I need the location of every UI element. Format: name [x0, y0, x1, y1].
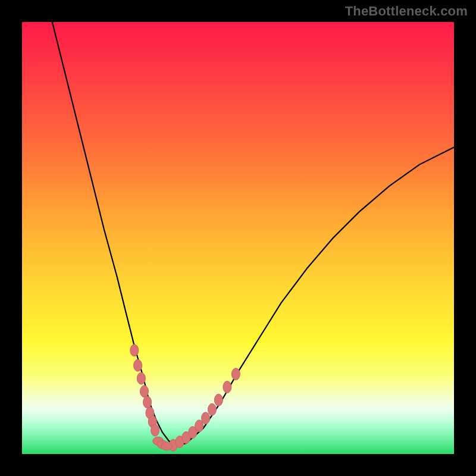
data-point	[176, 436, 184, 448]
data-point	[137, 372, 145, 384]
data-point	[130, 345, 139, 356]
data-point	[231, 368, 240, 380]
bottleneck-curve	[52, 22, 454, 446]
data-point	[189, 427, 197, 439]
data-point	[153, 437, 164, 445]
data-point	[161, 442, 172, 450]
data-point	[151, 424, 159, 436]
data-point	[143, 396, 152, 408]
data-point	[134, 359, 142, 371]
data-point	[214, 394, 223, 406]
data-point	[223, 381, 231, 393]
data-point	[202, 412, 210, 424]
data-point	[208, 403, 216, 415]
chart-plot-area	[22, 22, 454, 454]
right-branch-dots	[169, 368, 240, 452]
valley-dots	[153, 437, 173, 450]
watermark-label: TheBottleneck.com	[345, 4, 468, 19]
data-point	[182, 431, 190, 443]
data-point	[169, 439, 177, 451]
data-point	[157, 440, 168, 449]
data-point	[148, 416, 156, 428]
data-point	[140, 386, 148, 397]
data-point	[146, 407, 154, 419]
chart-frame: TheBottleneck.com	[0, 0, 476, 476]
left-branch-dots	[130, 345, 159, 436]
chart-svg	[22, 22, 454, 454]
data-point	[195, 420, 203, 432]
